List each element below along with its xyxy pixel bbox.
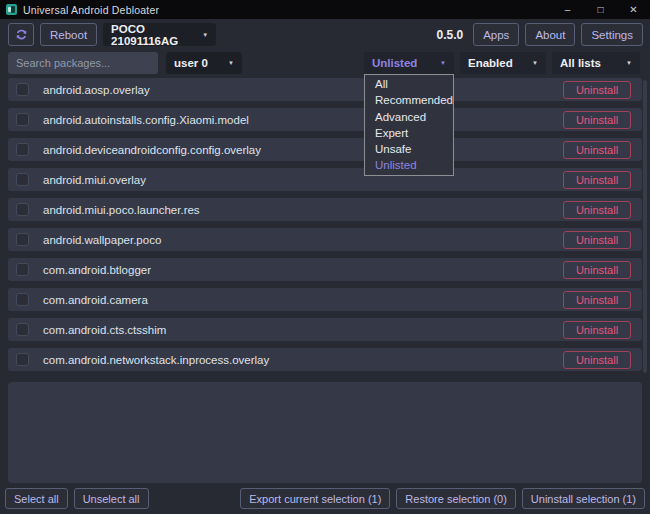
app-logo-icon [6,4,17,15]
package-name: android.wallpaper.poco [43,234,161,246]
package-name: android.miui.overlay [43,174,146,186]
description-panel [8,382,642,483]
lists-select[interactable]: All lists ▼ [552,52,640,74]
uninstall-button[interactable]: Uninstall [563,231,631,249]
debloat-menu-item[interactable]: Recommended [365,92,453,108]
device-select[interactable]: POCO 21091116AG ▼ [103,23,216,46]
chevron-down-icon: ▼ [188,32,208,38]
package-list: android.aosp.overlay Uninstall android.a… [8,78,642,371]
footer-right-group: Export current selection (1) Restore sel… [240,488,645,509]
uninstall-button[interactable]: Uninstall [563,81,631,99]
package-name: com.android.networkstack.inprocess.overl… [43,354,269,366]
apps-button[interactable]: Apps [473,23,519,46]
uninstall-button[interactable]: Uninstall [563,321,631,339]
titlebar: Universal Android Debloater – □ ✕ [0,0,650,19]
package-name: com.android.cts.ctsshim [43,324,166,336]
debloat-menu-item[interactable]: Unsafe [365,141,453,157]
refresh-icon [15,28,28,41]
debloat-list-select[interactable]: Unlisted ▼ [364,52,454,74]
package-row[interactable]: android.deviceandroidconfig.config.overl… [8,138,642,161]
list-scrollbar[interactable] [643,80,647,373]
uninstall-button[interactable]: Uninstall [563,171,631,189]
uninstall-button[interactable]: Uninstall [563,201,631,219]
maximize-button[interactable]: □ [584,0,617,19]
uninstall-button[interactable]: Uninstall [563,111,631,129]
debloat-menu-item[interactable]: Advanced [365,109,453,125]
package-checkbox[interactable] [16,323,29,336]
chevron-down-icon: ▼ [518,60,538,66]
reboot-button[interactable]: Reboot [40,23,97,46]
filter-bar: user 0 ▼ Unlisted ▼ Enabled ▼ All lists … [0,50,650,76]
minimize-button[interactable]: – [551,0,584,19]
debloat-select-value: Unlisted [372,57,417,69]
export-selection-button[interactable]: Export current selection (1) [240,488,390,509]
package-row[interactable]: com.android.cts.ctsshim Uninstall [8,318,642,341]
refresh-button[interactable] [8,23,34,46]
uninstall-button[interactable]: Uninstall [563,351,631,369]
package-checkbox[interactable] [16,143,29,156]
state-select-value: Enabled [468,57,513,69]
package-row[interactable]: android.miui.poco.launcher.res Uninstall [8,198,642,221]
window-controls: – □ ✕ [551,0,650,19]
package-row[interactable]: android.wallpaper.poco Uninstall [8,228,642,251]
search-input[interactable] [8,52,158,74]
package-row[interactable]: android.miui.overlay Uninstall [8,168,642,191]
uninstall-button[interactable]: Uninstall [563,291,631,309]
lists-select-value: All lists [560,57,601,69]
settings-button[interactable]: Settings [581,23,643,46]
chevron-down-icon: ▼ [426,60,446,66]
unselect-all-button[interactable]: Unselect all [74,488,149,509]
window-title: Universal Android Debloater [23,4,159,16]
chevron-down-icon: ▼ [214,60,234,66]
package-row[interactable]: com.android.camera Uninstall [8,288,642,311]
package-checkbox[interactable] [16,353,29,366]
package-row[interactable]: com.android.btlogger Uninstall [8,258,642,281]
select-all-button[interactable]: Select all [5,488,68,509]
package-row[interactable]: com.android.networkstack.inprocess.overl… [8,348,642,371]
device-select-value: POCO 21091116AG [111,23,188,47]
debloat-menu-item[interactable]: All [365,76,453,92]
user-select-value: user 0 [174,57,208,69]
package-checkbox[interactable] [16,113,29,126]
toolbar: Reboot POCO 21091116AG ▼ 0.5.0 Apps Abou… [0,19,650,50]
package-checkbox[interactable] [16,83,29,96]
package-checkbox[interactable] [16,293,29,306]
debloat-menu-item[interactable]: Unlisted [365,157,453,173]
debloat-menu-item[interactable]: Expert [365,125,453,141]
user-select[interactable]: user 0 ▼ [166,52,242,74]
package-row[interactable]: android.autoinstalls.config.Xiaomi.model… [8,108,642,131]
package-name: com.android.btlogger [43,264,151,276]
package-checkbox[interactable] [16,203,29,216]
package-name: android.aosp.overlay [43,84,150,96]
state-select[interactable]: Enabled ▼ [460,52,546,74]
close-button[interactable]: ✕ [617,0,650,19]
package-name: android.autoinstalls.config.Xiaomi.model [43,114,249,126]
package-name: com.android.camera [43,294,148,306]
about-button[interactable]: About [525,23,575,46]
package-checkbox[interactable] [16,173,29,186]
package-row[interactable]: android.aosp.overlay Uninstall [8,78,642,101]
package-name: android.miui.poco.launcher.res [43,204,200,216]
debloat-menu: All Recommended Advanced Expert Unsafe U… [364,74,454,176]
footer-bar: Select all Unselect all Export current s… [0,483,650,514]
version-label: 0.5.0 [436,28,463,42]
package-checkbox[interactable] [16,263,29,276]
restore-selection-button[interactable]: Restore selection (0) [396,488,516,509]
chevron-down-icon: ▼ [612,60,632,66]
uninstall-button[interactable]: Uninstall [563,141,631,159]
package-checkbox[interactable] [16,233,29,246]
package-name: android.deviceandroidconfig.config.overl… [43,144,261,156]
uninstall-selection-button[interactable]: Uninstall selection (1) [522,488,645,509]
uninstall-button[interactable]: Uninstall [563,261,631,279]
